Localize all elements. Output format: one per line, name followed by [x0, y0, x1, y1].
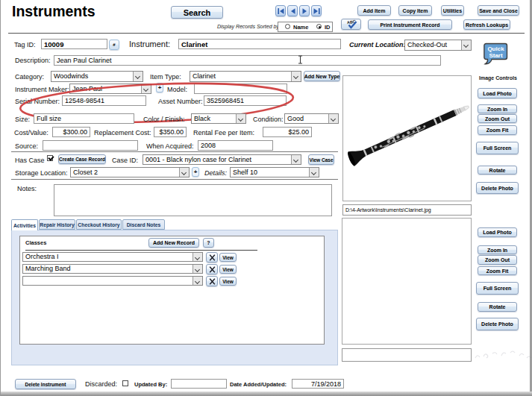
- svg-text:Quick: Quick: [487, 45, 504, 52]
- svg-text:Start: Start: [489, 52, 503, 59]
